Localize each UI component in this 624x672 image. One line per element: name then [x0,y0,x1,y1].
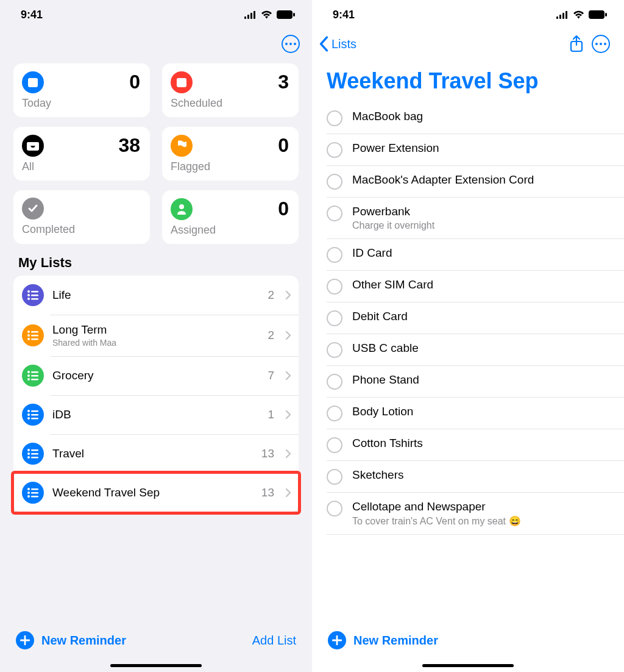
svg-point-19 [27,334,30,337]
card-count: 0 [278,198,289,220]
checkbox[interactable] [327,310,342,326]
checkbox[interactable] [327,406,342,421]
more-button[interactable] [282,35,300,53]
home-indicator[interactable] [422,664,514,667]
add-list-button[interactable]: Add List [252,634,296,648]
list-row[interactable]: Travel13 [13,434,299,473]
list-icon [22,324,44,346]
svg-rect-26 [31,375,38,377]
svg-rect-2 [250,13,252,19]
checkbox[interactable] [327,206,342,221]
svg-rect-49 [562,13,564,19]
checkbox[interactable] [327,437,342,453]
card-count: 0 [129,71,140,93]
chevron-right-icon [285,371,291,381]
checkbox[interactable] [327,342,342,358]
list-title: Weekend Travel Sep [312,61,624,102]
checkbox[interactable] [327,142,342,158]
svg-rect-24 [31,371,38,373]
reminder-row[interactable]: USB C cable [327,334,624,366]
checkbox[interactable] [327,110,342,126]
reminder-row[interactable]: MacBook bag [327,102,624,134]
list-title: Travel [52,447,253,460]
svg-point-45 [27,495,30,498]
list-row[interactable]: Life2 [13,276,299,315]
section-my-lists: My Lists [0,244,312,276]
reminder-row[interactable]: Other SIM Card [327,271,624,302]
reminder-row[interactable]: Power Extension [327,134,624,166]
svg-rect-50 [566,11,567,19]
reminder-row[interactable]: MacBook's Adapter Extension Cord [327,166,624,198]
svg-rect-18 [31,331,38,333]
svg-rect-20 [31,335,38,337]
reminder-row[interactable]: Debit Card [327,302,624,334]
reminder-row[interactable]: PowerbankCharge it overnight [327,198,624,239]
svg-point-23 [27,371,30,373]
checkbox[interactable] [327,247,342,263]
checkbox[interactable] [327,374,342,390]
reminder-row[interactable]: ID Card [327,239,624,271]
svg-point-31 [27,413,30,416]
more-button[interactable] [589,32,613,56]
svg-rect-34 [31,418,38,420]
smart-list-card-scheduled[interactable]: 3Scheduled [162,63,299,117]
reminder-row[interactable]: Phone Stand [327,366,624,398]
svg-rect-16 [31,298,38,300]
reminder-row[interactable]: Sketchers [327,461,624,493]
reminder-title: ID Card [352,246,613,260]
card-count: 38 [118,134,140,157]
reminder-title: MacBook's Adapter Extension Cord [352,173,613,187]
cellular-icon [244,11,257,19]
smart-list-card-flagged[interactable]: 0Flagged [162,127,299,181]
reminder-title: Power Extension [352,141,613,155]
smart-list-card-assigned[interactable]: 0Assigned [162,190,299,244]
new-reminder-button[interactable]: New Reminder [328,631,438,649]
svg-rect-28 [31,379,38,381]
list-count: 2 [268,329,274,342]
card-label: Completed [22,223,140,236]
plus-icon [328,631,346,649]
reminder-title: Debit Card [352,310,613,323]
reminder-row[interactable]: Cotton Tshirts [327,429,624,461]
list-icon [22,482,44,504]
calendar-icon [22,71,44,93]
list-title: Life [52,288,259,302]
status-time: 9:41 [21,9,43,21]
flag-icon [171,135,193,157]
svg-rect-48 [559,15,561,19]
list-row[interactable]: Grocery7 [13,356,299,395]
chevron-right-icon [285,290,291,300]
cellular-icon [556,11,569,19]
chevron-right-icon [285,410,291,420]
reminder-row[interactable]: Cellotape and NewspaperTo cover train's … [327,493,624,535]
list-row[interactable]: Weekend Travel Sep13 [13,473,299,512]
new-reminder-button[interactable]: New Reminder [16,631,126,649]
checkbox[interactable] [327,501,342,517]
home-indicator[interactable] [110,664,202,667]
svg-point-35 [27,449,30,451]
checkbox[interactable] [327,469,342,485]
reminder-title: USB C cable [352,341,613,355]
share-button[interactable] [564,32,589,56]
svg-rect-32 [31,414,38,416]
list-icon [22,443,44,465]
smart-list-card-today[interactable]: 0Today [13,63,150,117]
back-button[interactable]: Lists [318,36,356,52]
card-label: Flagged [171,160,289,173]
checkbox[interactable] [327,174,342,190]
svg-point-10 [179,204,184,209]
list-row[interactable]: Long TermShared with Maa2 [13,315,299,356]
list-row[interactable]: iDB1 [13,395,299,434]
reminder-row[interactable]: Body Lotion [327,398,624,429]
card-label: All [22,160,140,173]
svg-rect-44 [31,492,38,494]
svg-point-21 [27,338,30,340]
list-icon [22,404,44,426]
svg-point-33 [27,417,30,420]
svg-point-25 [27,374,30,377]
card-label: Today [22,97,140,110]
checkbox[interactable] [327,279,342,295]
svg-point-15 [27,298,30,300]
smart-list-card-completed[interactable]: Completed [13,190,150,244]
smart-list-card-all[interactable]: 38All [13,127,150,181]
